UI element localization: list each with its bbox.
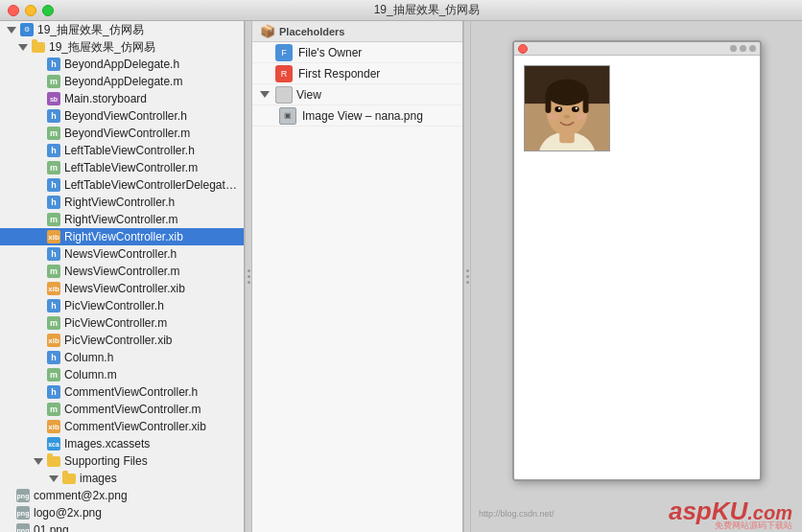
sidebar-item-label: LeftTableViewController.h [64,144,195,157]
file-icon-h: h [46,350,61,365]
sidebar-item-RightViewController.m[interactable]: mRightViewController.m [0,211,244,228]
file-icon-png: png [15,488,31,503]
sidebar-item-NewsViewController.h[interactable]: hNewsViewController.h [0,245,244,263]
sidebar-item-Main.storyboard[interactable]: sbMain.storyboard [0,90,244,107]
sidebar-item-Column.h[interactable]: hColumn.h [0,349,244,366]
sidebar-item-label: RightViewController.m [64,213,178,226]
ib-canvas-divider[interactable] [463,21,471,532]
sidebar-item-NewsViewController.xib[interactable]: xibNewsViewController.xib [0,280,244,297]
tree-toggle-icon [31,73,46,90]
sidebar-item-label: LeftTableViewControllerDelegate.h [64,178,240,192]
sidebar-item-01.png[interactable]: png01.png [0,521,244,532]
tree-toggle-icon [31,228,46,245]
tree-toggle-icon [31,280,46,297]
sidebar-item-CommentViewController.h[interactable]: hCommentViewController.h [0,383,244,401]
sidebar-item-label: BeyondAppDelegate.h [64,58,179,71]
sidebar-divider[interactable] [245,21,252,532]
sidebar-item-label: LeftTableViewController.m [64,161,198,174]
sidebar-item-label: NewsViewController.xib [64,282,185,295]
sidebar-item-BeyondAppDelegate.m[interactable]: mBeyondAppDelegate.m [0,73,244,90]
svg-point-11 [575,107,577,109]
first-responder-label: First Responder [298,67,380,81]
sidebar-item-images-folder[interactable]: images [0,470,244,487]
svg-rect-7 [582,92,588,113]
svg-point-8 [554,106,562,112]
first-responder-item[interactable]: R First Responder [252,63,462,84]
sidebar-item-group-project[interactable]: 19_拖屉效果_仿网易 [0,38,244,56]
file-icon-xib: xib [46,229,61,244]
file-icon-h: h [46,384,61,400]
sidebar-item-label: Main.storyboard [64,92,147,105]
svg-point-9 [571,106,578,112]
sidebar-item-NewsViewController.m[interactable]: mNewsViewController.m [0,263,244,280]
simulator-close-btn[interactable] [518,44,528,54]
tree-toggle-icon [31,56,46,73]
view-toggle-icon [260,91,270,98]
sidebar-item-label: PicViewController.h [64,299,164,312]
sidebar-item-PicViewController.xib[interactable]: xibPicViewController.xib [0,332,244,349]
tree-toggle-icon [31,366,46,383]
file-icon-h: h [46,246,61,262]
svg-point-14 [576,114,585,120]
svg-point-10 [558,107,560,109]
files-owner-item[interactable]: F File's Owner [252,42,462,63]
tree-toggle-icon [31,263,46,280]
image-view-item[interactable]: ▣ Image View – nana.png [252,105,462,127]
file-icon-png: png [15,505,31,520]
tree-toggle-icon [31,107,46,125]
watermark-url: http://blog.csdn.net/ [479,509,554,519]
ib-document-outline: 📦 Placeholders F File's Owner R First Re… [252,21,463,532]
sidebar-item-RightViewController.xib[interactable]: xibRightViewController.xib [0,228,244,245]
tree-toggle-icon [31,90,46,107]
svg-rect-6 [545,92,551,113]
tree-toggle-icon [31,142,46,159]
file-icon-m: m [46,264,61,279]
tree-toggle-icon [31,314,46,332]
sidebar-item-PicViewController.m[interactable]: mPicViewController.m [0,314,244,332]
cube-icon: 📦 [260,24,275,38]
tree-toggle-icon [31,452,46,470]
watermark-subtitle: 免费网站源码下载站 [715,520,792,532]
svg-point-13 [548,114,557,120]
sidebar-item-BeyondAppDelegate.h[interactable]: hBeyondAppDelegate.h [0,56,244,73]
sidebar-item-label: logo@2x.png [34,506,102,520]
sidebar-item-CommentViewController.m[interactable]: mCommentViewController.m [0,401,244,418]
sidebar-item-label: comment@2x.png [34,489,128,502]
sidebar-item-BeyondViewController.h[interactable]: hBeyondViewController.h [0,107,244,125]
sidebar-item-BeyondViewController.m[interactable]: mBeyondViewController.m [0,125,244,142]
tree-toggle-icon [31,349,46,366]
placeholders-section-header: 📦 Placeholders [252,21,462,42]
main-area: ⚙19_抽屉效果_仿网易19_拖屉效果_仿网易hBeyondAppDelegat… [0,21,802,532]
sidebar-item-Column.m[interactable]: mColumn.m [0,366,244,383]
tree-toggle-icon [31,194,46,211]
sidebar-item-label: CommentViewController.h [64,385,198,399]
sidebar-item-LeftTableViewController.h[interactable]: hLeftTableViewController.h [0,142,244,159]
sidebar-item-label: RightViewController.xib [64,230,183,243]
minimize-button[interactable] [25,5,36,16]
tree-toggle-icon [31,245,46,263]
close-button[interactable] [8,5,19,16]
sidebar-item-logo@2x.png[interactable]: pnglogo@2x.png [0,504,244,521]
sidebar-item-Images.xcassets[interactable]: xcaImages.xcassets [0,435,244,452]
placeholders-label: Placeholders [279,26,344,37]
sidebar-item-label: BeyondViewController.h [64,109,187,123]
sidebar-item-label: 01.png [34,523,69,532]
sidebar-item-LeftTableViewController.m[interactable]: mLeftTableViewController.m [0,159,244,176]
file-icon-m: m [46,402,61,417]
sidebar-item-LeftTableViewControllerDelegate.h[interactable]: hLeftTableViewControllerDelegate.h [0,176,244,194]
file-icon-folder [61,471,77,486]
file-icon-folder [46,453,61,469]
sidebar-item-label: 19_抽屉效果_仿网易 [37,22,144,38]
simulator-title-bar [514,42,760,56]
file-icon-xib: xib [46,333,61,348]
file-icon-storyboard: sb [46,91,61,106]
sidebar-item-SupportingFiles[interactable]: Supporting Files [0,452,244,470]
sidebar-item-RightViewController.h[interactable]: hRightViewController.h [0,194,244,211]
tree-toggle-icon [31,297,46,314]
view-section-row[interactable]: View [252,84,462,105]
sidebar-item-comment@2x.png[interactable]: pngcomment@2x.png [0,487,244,504]
sidebar-item-root-project[interactable]: ⚙19_抽屉效果_仿网易 [0,21,244,38]
sidebar-item-CommentViewController.xib[interactable]: xibCommentViewController.xib [0,418,244,435]
sidebar-item-PicViewController.h[interactable]: hPicViewController.h [0,297,244,314]
maximize-button[interactable] [42,5,54,16]
